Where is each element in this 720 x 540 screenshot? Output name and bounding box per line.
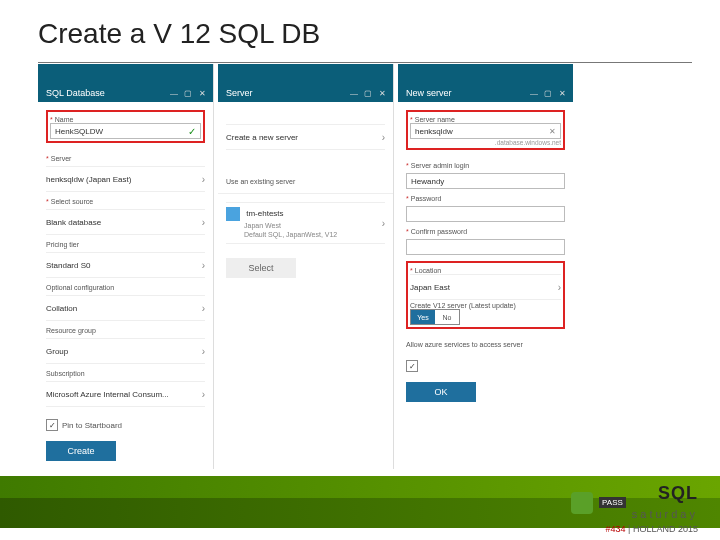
title-rule	[38, 62, 692, 63]
blade-header: SQL Database — ▢ ✕	[38, 64, 213, 102]
chevron-right-icon: ›	[202, 346, 205, 357]
close-icon[interactable]: ✕	[557, 89, 567, 98]
pin-label: Pin to Startboard	[62, 421, 122, 430]
name-value: HenkSQLDW	[55, 127, 103, 136]
rg-label: Resource group	[46, 327, 205, 334]
name-input[interactable]: HenkSQLDW ✓	[50, 123, 201, 139]
chevron-right-icon: ›	[202, 303, 205, 314]
event-location: HOLLAND 2015	[633, 524, 698, 534]
select-button[interactable]: Select	[226, 258, 296, 278]
sub-label: Subscription	[46, 370, 205, 377]
location-selector[interactable]: Japan East ›	[410, 274, 561, 300]
existing-name: tm-ehtests	[246, 209, 283, 218]
logo-sql: SQL	[658, 483, 698, 503]
server-selector[interactable]: henksqldw (Japan East) ›	[46, 166, 205, 192]
pin-checkbox[interactable]: ✓	[46, 419, 58, 431]
source-value: Blank database	[46, 218, 101, 227]
sqlsaturday-logo: PASS SQL saturday #434 | HOLLAND 2015	[571, 483, 698, 534]
logo-saturday: saturday	[632, 508, 698, 520]
pass-icon	[571, 492, 593, 514]
blade-title: Server	[226, 88, 349, 98]
config-label: Optional configuration	[46, 284, 205, 291]
newserver-label: Create a new server	[226, 133, 298, 142]
minimize-icon[interactable]: —	[349, 89, 359, 98]
toggle-no[interactable]: No	[435, 310, 459, 324]
blade-server: Server — ▢ ✕ Create a new server › Use a…	[218, 64, 394, 469]
close-icon[interactable]: ✕	[377, 89, 387, 98]
cpwd-input[interactable]	[406, 239, 565, 255]
event-tag: #434 | HOLLAND 2015	[571, 524, 698, 534]
existing-loc: Japan West	[244, 222, 281, 229]
restore-icon[interactable]: ▢	[183, 89, 193, 98]
slide-footer: PASS SQL saturday #434 | HOLLAND 2015	[0, 476, 720, 540]
allow-row[interactable]: ✓	[406, 360, 565, 372]
azure-blades: SQL Database — ▢ ✕ Name HenkSQLDW ✓ Serv…	[0, 54, 720, 469]
chevron-right-icon: ›	[202, 174, 205, 185]
rg-selector[interactable]: Group ›	[46, 338, 205, 364]
chevron-right-icon: ›	[382, 132, 385, 143]
sname-value: henksqldw	[415, 127, 453, 136]
highlight-server-name: Server name henksqldw ✕ .database.window…	[406, 110, 565, 150]
cpwd-label: Confirm password	[406, 228, 565, 235]
sub-value: Microsoft Azure Internal Consum...	[46, 390, 169, 399]
restore-icon[interactable]: ▢	[363, 89, 373, 98]
sname-input[interactable]: henksqldw ✕	[410, 123, 561, 139]
restore-icon[interactable]: ▢	[543, 89, 553, 98]
highlight-location-v12: Location Japan East › Create V12 server …	[406, 261, 565, 329]
source-selector[interactable]: Blank database ›	[46, 209, 205, 235]
pin-row[interactable]: ✓ Pin to Startboard	[46, 419, 205, 431]
allow-checkbox[interactable]: ✓	[406, 360, 418, 372]
clear-icon[interactable]: ✕	[549, 127, 556, 136]
v12-label: Create V12 server (Latest update)	[410, 302, 561, 309]
v12-toggle[interactable]: Yes No	[410, 309, 460, 325]
blade-new-server: New server — ▢ ✕ Server name henksqldw ✕…	[398, 64, 573, 469]
pass-label: PASS	[599, 497, 626, 508]
login-input[interactable]: Hewandy	[406, 173, 565, 189]
highlight-name: Name HenkSQLDW ✓	[46, 110, 205, 143]
login-label: Server admin login	[406, 162, 565, 169]
blade-header: New server — ▢ ✕	[398, 64, 573, 102]
chevron-right-icon: ›	[202, 260, 205, 271]
loc-label: Location	[410, 267, 561, 274]
tier-value: Standard S0	[46, 261, 90, 270]
login-value: Hewandy	[411, 177, 444, 186]
sname-suffix: .database.windows.net	[410, 139, 561, 146]
minimize-icon[interactable]: —	[529, 89, 539, 98]
pwd-label: Password	[406, 195, 565, 202]
loc-value: Japan East	[410, 283, 450, 292]
blade-title: New server	[406, 88, 529, 98]
server-icon	[226, 207, 240, 221]
blade-title: SQL Database	[46, 88, 169, 98]
create-new-server[interactable]: Create a new server ›	[226, 124, 385, 150]
slide-title: Create a V 12 SQL DB	[0, 0, 720, 54]
chevron-right-icon: ›	[202, 389, 205, 400]
chevron-right-icon: ›	[202, 217, 205, 228]
blade-sql-database: SQL Database — ▢ ✕ Name HenkSQLDW ✓ Serv…	[38, 64, 214, 469]
minimize-icon[interactable]: —	[169, 89, 179, 98]
blade-header: Server — ▢ ✕	[218, 64, 393, 102]
create-button[interactable]: Create	[46, 441, 116, 461]
name-label: Name	[50, 116, 201, 123]
source-label: Select source	[46, 198, 205, 205]
existing-server-item[interactable]: tm-ehtests Japan West Default SQL, Japan…	[226, 202, 385, 244]
sname-label: Server name	[410, 116, 561, 123]
event-number: #434	[606, 524, 626, 534]
tier-selector[interactable]: Standard S0 ›	[46, 252, 205, 278]
allow-label: Allow azure services to access server	[406, 341, 565, 348]
sub-selector[interactable]: Microsoft Azure Internal Consum... ›	[46, 381, 205, 407]
close-icon[interactable]: ✕	[197, 89, 207, 98]
config-selector[interactable]: Collation ›	[46, 295, 205, 321]
toggle-yes[interactable]: Yes	[411, 310, 435, 324]
pwd-input[interactable]	[406, 206, 565, 222]
server-label: Server	[46, 155, 205, 162]
existing-label: Use an existing server	[226, 178, 385, 185]
chevron-right-icon: ›	[382, 218, 385, 229]
ok-button[interactable]: OK	[406, 382, 476, 402]
valid-icon: ✓	[188, 126, 196, 137]
existing-ver: Default SQL, JapanWest, V12	[244, 231, 337, 238]
rg-value: Group	[46, 347, 68, 356]
tier-label: Pricing tier	[46, 241, 205, 248]
chevron-right-icon: ›	[558, 282, 561, 293]
server-value: henksqldw (Japan East)	[46, 175, 131, 184]
config-value: Collation	[46, 304, 77, 313]
